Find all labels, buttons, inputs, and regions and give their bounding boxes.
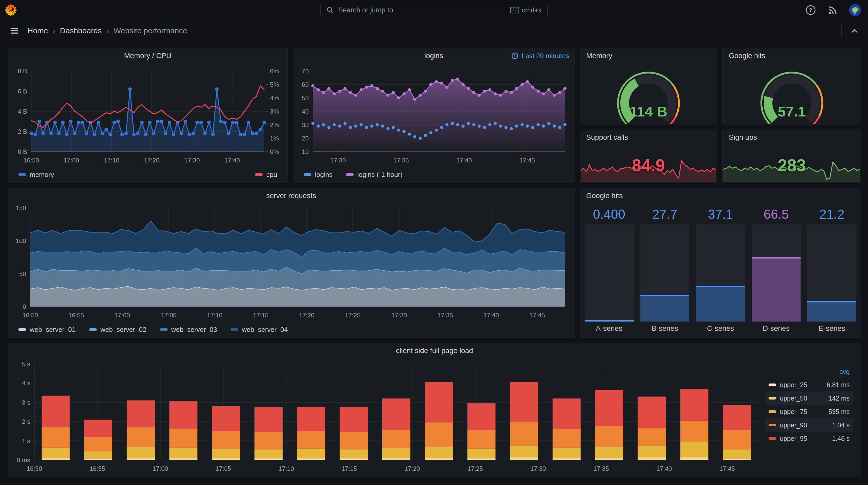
search-input[interactable]: Search or jump to... cmd+k: [320, 3, 548, 17]
breadcrumb: Home › Dashboards › Website performance: [27, 26, 187, 35]
panel-header[interactable]: Sign ups: [722, 130, 861, 145]
help-button[interactable]: ?: [804, 4, 817, 16]
bar-gauge-column-B-series: 27.7B-series: [641, 204, 689, 335]
legend-swatch: [89, 328, 97, 331]
panel-header[interactable]: Memory: [580, 48, 717, 63]
memory-gauge: 114 B: [580, 63, 717, 124]
svg-text:2%: 2%: [270, 121, 279, 128]
search-placeholder: Search or jump to...: [338, 6, 510, 14]
svg-text:17:15: 17:15: [253, 312, 269, 319]
svg-text:6 B: 6 B: [18, 88, 27, 95]
svg-text:17:40: 17:40: [483, 312, 499, 319]
legend-row-upper_75[interactable]: upper_75535 ms: [765, 405, 853, 418]
legend-label: upper_75: [780, 408, 807, 416]
legend-swatch: [18, 328, 26, 331]
svg-text:150: 150: [16, 204, 26, 212]
collapse-button[interactable]: [848, 25, 861, 37]
svg-text:16:50: 16:50: [27, 465, 42, 472]
svg-text:17:45: 17:45: [529, 312, 545, 319]
svg-text:16:50: 16:50: [24, 157, 39, 164]
panel-header[interactable]: Google hits: [580, 188, 861, 203]
bar-gauge-fill: [696, 286, 745, 322]
svg-text:20: 20: [302, 135, 309, 142]
legend-item-cpu[interactable]: cpu: [255, 171, 277, 179]
svg-text:17:05: 17:05: [215, 465, 231, 472]
news-button[interactable]: [827, 4, 839, 16]
bar-gauge-label: D-series: [752, 322, 801, 335]
panel-header[interactable]: logins Last 20 minutes: [293, 48, 574, 63]
svg-text:0: 0: [23, 303, 26, 310]
legend-item-web_server_04[interactable]: web_server_04: [230, 326, 288, 334]
legend-swatch: [769, 424, 776, 426]
panel-logins: logins Last 20 minutes 1020304050607017:…: [293, 48, 575, 183]
legend-avg-value: 6.81 ms: [827, 381, 850, 389]
svg-text:17:30: 17:30: [331, 157, 346, 164]
legend-label: upper_90: [780, 421, 807, 429]
svg-text:50: 50: [19, 270, 26, 278]
bar-gauge-column-C-series: 37.1C-series: [696, 204, 745, 335]
svg-text:17:20: 17:20: [299, 312, 314, 319]
legend-label: memory: [30, 171, 54, 179]
grafana-logo-icon: [4, 3, 18, 17]
grafana-logo[interactable]: [0, 0, 22, 20]
legend-item-web_server_02[interactable]: web_server_02: [89, 326, 147, 334]
legend-avg-value: 1.46 s: [832, 435, 850, 442]
svg-text:17:40: 17:40: [457, 157, 472, 164]
svg-text:17:30: 17:30: [530, 465, 546, 472]
legend-item-logins[interactable]: logins: [304, 171, 333, 179]
bar-gauge-label: C-series: [696, 322, 745, 335]
panel-header[interactable]: server requests: [8, 188, 574, 203]
panel-header[interactable]: client side full page load: [8, 343, 861, 358]
memory-cpu-chart[interactable]: 0 B2 B4 B6 B8 B0%1%2%3%4%5%6%16:5017:001…: [8, 63, 287, 167]
profile-button[interactable]: [849, 4, 861, 16]
legend-row-upper_95[interactable]: upper_951.46 s: [765, 432, 853, 445]
support-calls-value: 84.9: [580, 156, 717, 175]
svg-text:17:30: 17:30: [184, 157, 200, 164]
keyboard-icon: [510, 7, 519, 13]
google-hits-gauge: 57.1: [722, 63, 861, 124]
legend-row-upper_50[interactable]: upper_50142 ms: [765, 391, 853, 405]
svg-text:17:35: 17:35: [593, 465, 609, 472]
menu-button[interactable]: [7, 24, 22, 38]
bar-gauge-fill: [752, 257, 801, 322]
svg-text:16:55: 16:55: [90, 465, 105, 472]
legend-swatch: [769, 410, 776, 413]
panel-support-calls: Support calls 84.9: [580, 130, 717, 183]
panel-header[interactable]: Memory / CPU: [8, 48, 287, 63]
bar-gauge-column-D-series: 66.5D-series: [752, 204, 801, 335]
legend-avg-value: 1.04 s: [832, 421, 850, 429]
svg-text:2 B: 2 B: [18, 128, 27, 135]
panel-title: server requests: [266, 192, 316, 200]
legend-label: logins: [315, 171, 333, 179]
server-requests-chart[interactable]: 05010015016:5016:5517:0017:0517:1017:151…: [8, 203, 574, 322]
bar-gauge-label: B-series: [641, 322, 689, 335]
top-nav-bar: Search or jump to... cmd+k ?: [0, 0, 868, 20]
client-page-load-chart[interactable]: 0 ms1 s2 s3 s4 s5 s16:5016:5517:0017:051…: [8, 358, 765, 477]
svg-text:10: 10: [302, 148, 309, 155]
legend-item-web_server_03[interactable]: web_server_03: [160, 326, 217, 334]
shortcut-label: cmd+k: [522, 6, 542, 14]
logins-legend: loginslogins (-1 hour): [293, 167, 574, 183]
panel-header[interactable]: Support calls: [580, 130, 717, 145]
panel-memory-gauge: Memory 114 B: [580, 48, 717, 125]
breadcrumb-home[interactable]: Home: [27, 26, 48, 35]
svg-text:70: 70: [302, 68, 309, 75]
legend-item-web_server_01[interactable]: web_server_01: [18, 326, 76, 334]
support-calls-body: 84.9: [580, 145, 717, 183]
svg-text:5 s: 5 s: [22, 360, 30, 367]
breadcrumb-dashboards[interactable]: Dashboards: [60, 26, 102, 35]
panel-client-page-load: client side full page load 0 ms1 s2 s3 s…: [8, 343, 861, 477]
panel-time-range[interactable]: Last 20 minutes: [511, 48, 569, 63]
legend-swatch: [769, 384, 776, 386]
legend-label: upper_50: [780, 395, 807, 402]
logins-chart[interactable]: 1020304050607017:3017:3517:4017:45: [293, 63, 574, 167]
panel-google-hits-gauge: Google hits 57.1: [722, 48, 861, 125]
legend-row-upper_90[interactable]: upper_901.04 s: [765, 418, 853, 432]
svg-text:17:45: 17:45: [520, 157, 535, 164]
legend-item-memory[interactable]: memory: [18, 171, 54, 179]
bar-gauge-value: 37.1: [696, 204, 745, 224]
legend-item-logins (-1 hour)[interactable]: logins (-1 hour): [346, 171, 402, 179]
legend-row-upper_25[interactable]: upper_256.81 ms: [765, 378, 853, 391]
panel-header[interactable]: Google hits: [722, 48, 861, 63]
bar-gauge-track: [752, 224, 801, 322]
